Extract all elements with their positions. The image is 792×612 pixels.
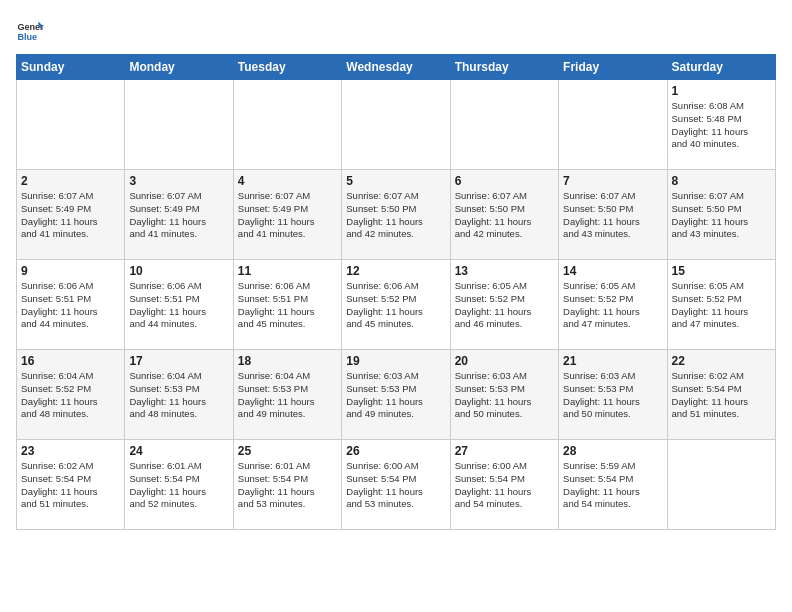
day-info: Sunrise: 6:02 AMSunset: 5:54 PMDaylight:…: [21, 460, 120, 511]
calendar-cell: [233, 80, 341, 170]
day-info: Sunrise: 6:06 AMSunset: 5:51 PMDaylight:…: [21, 280, 120, 331]
day-info: Sunrise: 6:00 AMSunset: 5:54 PMDaylight:…: [455, 460, 554, 511]
calendar-cell: 8Sunrise: 6:07 AMSunset: 5:50 PMDaylight…: [667, 170, 775, 260]
calendar-cell: 3Sunrise: 6:07 AMSunset: 5:49 PMDaylight…: [125, 170, 233, 260]
calendar-cell: [342, 80, 450, 170]
calendar-cell: [125, 80, 233, 170]
day-info: Sunrise: 6:07 AMSunset: 5:49 PMDaylight:…: [129, 190, 228, 241]
day-number: 28: [563, 444, 662, 458]
day-number: 18: [238, 354, 337, 368]
day-info: Sunrise: 6:04 AMSunset: 5:53 PMDaylight:…: [129, 370, 228, 421]
calendar-cell: 28Sunrise: 5:59 AMSunset: 5:54 PMDayligh…: [559, 440, 667, 530]
day-info: Sunrise: 6:07 AMSunset: 5:50 PMDaylight:…: [672, 190, 771, 241]
calendar-cell: 22Sunrise: 6:02 AMSunset: 5:54 PMDayligh…: [667, 350, 775, 440]
day-number: 5: [346, 174, 445, 188]
day-number: 20: [455, 354, 554, 368]
calendar-cell: 5Sunrise: 6:07 AMSunset: 5:50 PMDaylight…: [342, 170, 450, 260]
calendar-cell: 26Sunrise: 6:00 AMSunset: 5:54 PMDayligh…: [342, 440, 450, 530]
day-number: 22: [672, 354, 771, 368]
day-number: 14: [563, 264, 662, 278]
calendar-week-row: 23Sunrise: 6:02 AMSunset: 5:54 PMDayligh…: [17, 440, 776, 530]
day-info: Sunrise: 6:06 AMSunset: 5:51 PMDaylight:…: [238, 280, 337, 331]
day-number: 4: [238, 174, 337, 188]
day-info: Sunrise: 6:01 AMSunset: 5:54 PMDaylight:…: [238, 460, 337, 511]
day-number: 23: [21, 444, 120, 458]
day-info: Sunrise: 6:04 AMSunset: 5:52 PMDaylight:…: [21, 370, 120, 421]
weekday-header: Tuesday: [233, 55, 341, 80]
day-number: 16: [21, 354, 120, 368]
day-number: 2: [21, 174, 120, 188]
day-number: 12: [346, 264, 445, 278]
calendar-cell: 14Sunrise: 6:05 AMSunset: 5:52 PMDayligh…: [559, 260, 667, 350]
calendar-cell: 27Sunrise: 6:00 AMSunset: 5:54 PMDayligh…: [450, 440, 558, 530]
day-info: Sunrise: 6:07 AMSunset: 5:50 PMDaylight:…: [563, 190, 662, 241]
calendar-cell: 1Sunrise: 6:08 AMSunset: 5:48 PMDaylight…: [667, 80, 775, 170]
calendar-cell: 2Sunrise: 6:07 AMSunset: 5:49 PMDaylight…: [17, 170, 125, 260]
day-number: 24: [129, 444, 228, 458]
calendar-table: SundayMondayTuesdayWednesdayThursdayFrid…: [16, 54, 776, 530]
calendar-cell: 21Sunrise: 6:03 AMSunset: 5:53 PMDayligh…: [559, 350, 667, 440]
calendar-cell: 10Sunrise: 6:06 AMSunset: 5:51 PMDayligh…: [125, 260, 233, 350]
day-info: Sunrise: 6:02 AMSunset: 5:54 PMDaylight:…: [672, 370, 771, 421]
weekday-header: Wednesday: [342, 55, 450, 80]
day-number: 7: [563, 174, 662, 188]
day-number: 1: [672, 84, 771, 98]
svg-text:Blue: Blue: [17, 32, 37, 42]
day-info: Sunrise: 6:07 AMSunset: 5:50 PMDaylight:…: [455, 190, 554, 241]
calendar-week-row: 1Sunrise: 6:08 AMSunset: 5:48 PMDaylight…: [17, 80, 776, 170]
page-header: General Blue: [16, 16, 776, 44]
calendar-cell: 7Sunrise: 6:07 AMSunset: 5:50 PMDaylight…: [559, 170, 667, 260]
day-number: 21: [563, 354, 662, 368]
calendar-week-row: 9Sunrise: 6:06 AMSunset: 5:51 PMDaylight…: [17, 260, 776, 350]
calendar-cell: [559, 80, 667, 170]
calendar-week-row: 16Sunrise: 6:04 AMSunset: 5:52 PMDayligh…: [17, 350, 776, 440]
logo-icon: General Blue: [16, 16, 44, 44]
day-info: Sunrise: 6:07 AMSunset: 5:49 PMDaylight:…: [238, 190, 337, 241]
day-info: Sunrise: 6:07 AMSunset: 5:49 PMDaylight:…: [21, 190, 120, 241]
calendar-cell: 25Sunrise: 6:01 AMSunset: 5:54 PMDayligh…: [233, 440, 341, 530]
calendar-header-row: SundayMondayTuesdayWednesdayThursdayFrid…: [17, 55, 776, 80]
calendar-cell: [667, 440, 775, 530]
day-info: Sunrise: 6:06 AMSunset: 5:51 PMDaylight:…: [129, 280, 228, 331]
day-info: Sunrise: 6:03 AMSunset: 5:53 PMDaylight:…: [455, 370, 554, 421]
day-info: Sunrise: 6:05 AMSunset: 5:52 PMDaylight:…: [455, 280, 554, 331]
day-number: 25: [238, 444, 337, 458]
calendar-cell: 19Sunrise: 6:03 AMSunset: 5:53 PMDayligh…: [342, 350, 450, 440]
calendar-cell: 4Sunrise: 6:07 AMSunset: 5:49 PMDaylight…: [233, 170, 341, 260]
day-number: 6: [455, 174, 554, 188]
day-number: 8: [672, 174, 771, 188]
calendar-cell: 6Sunrise: 6:07 AMSunset: 5:50 PMDaylight…: [450, 170, 558, 260]
weekday-header: Saturday: [667, 55, 775, 80]
day-info: Sunrise: 6:08 AMSunset: 5:48 PMDaylight:…: [672, 100, 771, 151]
day-info: Sunrise: 6:00 AMSunset: 5:54 PMDaylight:…: [346, 460, 445, 511]
day-number: 9: [21, 264, 120, 278]
day-number: 17: [129, 354, 228, 368]
day-info: Sunrise: 5:59 AMSunset: 5:54 PMDaylight:…: [563, 460, 662, 511]
calendar-cell: 17Sunrise: 6:04 AMSunset: 5:53 PMDayligh…: [125, 350, 233, 440]
day-number: 3: [129, 174, 228, 188]
day-info: Sunrise: 6:07 AMSunset: 5:50 PMDaylight:…: [346, 190, 445, 241]
day-info: Sunrise: 6:04 AMSunset: 5:53 PMDaylight:…: [238, 370, 337, 421]
day-info: Sunrise: 6:05 AMSunset: 5:52 PMDaylight:…: [563, 280, 662, 331]
day-info: Sunrise: 6:03 AMSunset: 5:53 PMDaylight:…: [346, 370, 445, 421]
day-number: 10: [129, 264, 228, 278]
calendar-cell: 23Sunrise: 6:02 AMSunset: 5:54 PMDayligh…: [17, 440, 125, 530]
calendar-cell: 15Sunrise: 6:05 AMSunset: 5:52 PMDayligh…: [667, 260, 775, 350]
calendar-cell: 13Sunrise: 6:05 AMSunset: 5:52 PMDayligh…: [450, 260, 558, 350]
calendar-cell: 16Sunrise: 6:04 AMSunset: 5:52 PMDayligh…: [17, 350, 125, 440]
calendar-cell: 11Sunrise: 6:06 AMSunset: 5:51 PMDayligh…: [233, 260, 341, 350]
weekday-header: Friday: [559, 55, 667, 80]
calendar-week-row: 2Sunrise: 6:07 AMSunset: 5:49 PMDaylight…: [17, 170, 776, 260]
day-number: 11: [238, 264, 337, 278]
calendar-cell: 18Sunrise: 6:04 AMSunset: 5:53 PMDayligh…: [233, 350, 341, 440]
weekday-header: Thursday: [450, 55, 558, 80]
day-info: Sunrise: 6:01 AMSunset: 5:54 PMDaylight:…: [129, 460, 228, 511]
day-number: 13: [455, 264, 554, 278]
calendar-cell: 9Sunrise: 6:06 AMSunset: 5:51 PMDaylight…: [17, 260, 125, 350]
logo: General Blue: [16, 16, 46, 44]
day-number: 26: [346, 444, 445, 458]
weekday-header: Sunday: [17, 55, 125, 80]
calendar-cell: 20Sunrise: 6:03 AMSunset: 5:53 PMDayligh…: [450, 350, 558, 440]
calendar-cell: [450, 80, 558, 170]
calendar-cell: [17, 80, 125, 170]
